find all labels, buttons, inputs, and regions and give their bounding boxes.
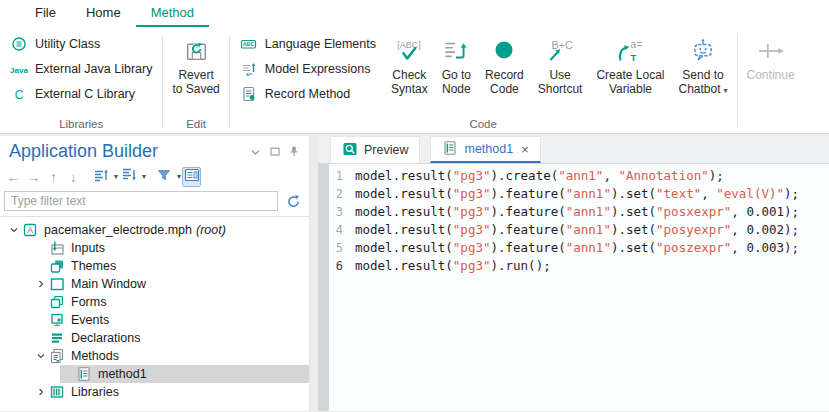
expander-closed-icon[interactable]	[33, 387, 49, 397]
external-c-library-button[interactable]: CExternal C Library	[10, 81, 152, 106]
record-code-button[interactable]: RecordCode	[478, 31, 531, 96]
pin-panel-icon[interactable]	[289, 146, 299, 157]
svg-text:Java: Java	[10, 65, 28, 74]
send-to-chatbot-button[interactable]: Send toChatbot▾	[671, 31, 734, 98]
ribbon-group-code: ABCLanguage Elementsa=Model ExpressionsR…	[232, 27, 735, 133]
model-expressions-button[interactable]: a=Model Expressions	[240, 56, 376, 81]
utility-class-button[interactable]: Utility Class	[10, 31, 152, 56]
line-number: 2	[329, 185, 355, 203]
code-token: ).set(	[611, 185, 656, 203]
code-token: "ann1"	[566, 185, 611, 203]
code-token: ).feature(	[490, 239, 565, 257]
record-method-button[interactable]: Record Method	[240, 81, 376, 106]
tab-preview[interactable]: Preview	[330, 136, 420, 163]
group-separator	[162, 35, 163, 127]
tree-item-themes[interactable]: Themes	[0, 257, 309, 275]
libraries-items: Utility ClassJavaExternal Java LibraryCE…	[2, 27, 160, 106]
tree-item-forms[interactable]: Forms	[0, 293, 309, 311]
expand-list-button[interactable]	[91, 167, 110, 187]
panel-menu-chevron-icon[interactable]	[250, 148, 261, 156]
code-token: ).feature(	[490, 203, 565, 221]
go-forward-button[interactable]: →	[24, 167, 43, 187]
tree-item-pacemaker-electrode-mph[interactable]: Apacemaker_electrode.mph(root)	[0, 221, 309, 239]
tree-item-methods[interactable]: Methods	[0, 347, 309, 365]
code-token: "pg3"	[453, 167, 491, 185]
collapse-list-button[interactable]	[119, 167, 138, 187]
go-back-button[interactable]: ←	[4, 167, 23, 187]
tree-item-main-window[interactable]: Main Window	[0, 275, 309, 293]
use-shortcut-label: Use	[549, 68, 570, 82]
arrow-right-icon: →	[27, 170, 41, 184]
filter-input[interactable]	[4, 191, 278, 211]
model-tree: Apacemaker_electrode.mph(root)InputsThem…	[0, 216, 309, 411]
code-token: "poszexpr"	[656, 239, 731, 257]
external-java-library-button[interactable]: JavaExternal Java Library	[10, 56, 152, 81]
go-to-node-button[interactable]: Go toNode	[435, 31, 478, 96]
code-line: 4model.result("pg3").feature("ann1").set…	[329, 221, 829, 239]
svg-text:A: A	[27, 225, 33, 235]
go-to-node-label: Node	[442, 82, 471, 96]
editor-tab-bar: Preview method1 ×	[318, 136, 829, 164]
inputs-icon	[49, 240, 65, 256]
revert-to-saved-button[interactable]: Revertto Saved	[165, 31, 226, 96]
check-syntax-icon: [ABC]	[392, 34, 426, 68]
dropdown-icon[interactable]: ▾	[177, 172, 181, 181]
tab-method1[interactable]: method1 ×	[430, 136, 540, 163]
ribbon-tab-home[interactable]: Home	[71, 1, 136, 27]
tree-item-label: Inputs	[71, 241, 105, 255]
record-code-icon	[492, 34, 516, 68]
continue-buttons: Continue	[740, 27, 802, 82]
tree-item-suffix: (root)	[196, 223, 226, 237]
expander-open-icon[interactable]	[6, 225, 22, 235]
tree-item-label: Events	[71, 313, 109, 327]
go-to-node-label: Go to	[442, 68, 471, 82]
tree-item-inputs[interactable]: Inputs	[0, 239, 309, 257]
code-token: model.result(	[355, 167, 453, 185]
line-number: 5	[329, 239, 355, 257]
move-up-button[interactable]: ↑	[44, 167, 63, 187]
line-number: 1	[329, 167, 355, 185]
code-line: 1model.result("pg3").create("ann1", "Ann…	[329, 167, 829, 185]
line-number: 3	[329, 203, 355, 221]
tree-item-declarations[interactable]: Declarations	[0, 329, 309, 347]
expander-open-icon[interactable]	[33, 351, 49, 361]
breakpoint-gutter[interactable]	[318, 164, 329, 411]
events-icon	[49, 312, 65, 328]
dropdown-icon[interactable]: ▾	[114, 172, 118, 181]
code-token: "text"	[656, 185, 701, 203]
code-token: "eval(V)"	[716, 185, 784, 203]
close-tab-icon[interactable]: ×	[521, 142, 529, 157]
code-editor[interactable]: 1model.result("pg3").create("ann1", "Ann…	[329, 164, 829, 411]
expander-closed-icon[interactable]	[33, 279, 49, 289]
ribbon-tab-method[interactable]: Method	[136, 1, 209, 27]
check-syntax-button[interactable]: [ABC]CheckSyntax	[384, 31, 435, 96]
send-to-chatbot-label: Send to	[682, 68, 723, 82]
check-syntax-label: Syntax	[391, 82, 428, 96]
group-label-edit: Edit	[165, 118, 226, 130]
refresh-icon[interactable]	[286, 194, 301, 209]
dropdown-icon[interactable]: ▾	[142, 172, 146, 181]
tree-item-method1[interactable]: method1	[0, 365, 309, 383]
use-shortcut-label: Shortcut	[538, 82, 583, 96]
continue-button: Continue	[740, 31, 802, 82]
show-details-button[interactable]	[182, 167, 201, 187]
themes-icon	[49, 258, 65, 274]
use-shortcut-button[interactable]: B+CUseShortcut	[531, 31, 590, 96]
tree-item-events[interactable]: Events	[0, 311, 309, 329]
tree-item-label: Declarations	[71, 331, 140, 345]
ribbon-tab-file[interactable]: File	[20, 1, 71, 27]
create-local-variable-button[interactable]: a=TCreate LocalVariable	[589, 31, 671, 96]
code-token: ).set(	[611, 203, 656, 221]
code-token: "posxexpr"	[656, 203, 731, 221]
tree-item-label: pacemaker_electrode.mph	[44, 223, 192, 237]
move-down-button[interactable]: ↓	[64, 167, 83, 187]
filter-nodes-button[interactable]	[154, 167, 173, 187]
tree-item-libraries[interactable]: Libraries	[0, 383, 309, 401]
dropdown-icon: ▾	[724, 86, 728, 95]
send-to-chatbot-label: Chatbot▾	[678, 82, 727, 98]
revert-to-saved-label: Revert	[178, 68, 213, 82]
ribbon-group-edit: Revertto Saved Edit	[165, 27, 226, 133]
ribbon-body: Utility ClassJavaExternal Java LibraryCE…	[0, 27, 829, 133]
float-panel-icon[interactable]	[270, 147, 280, 156]
language-elements-button[interactable]: ABCLanguage Elements	[240, 31, 376, 56]
